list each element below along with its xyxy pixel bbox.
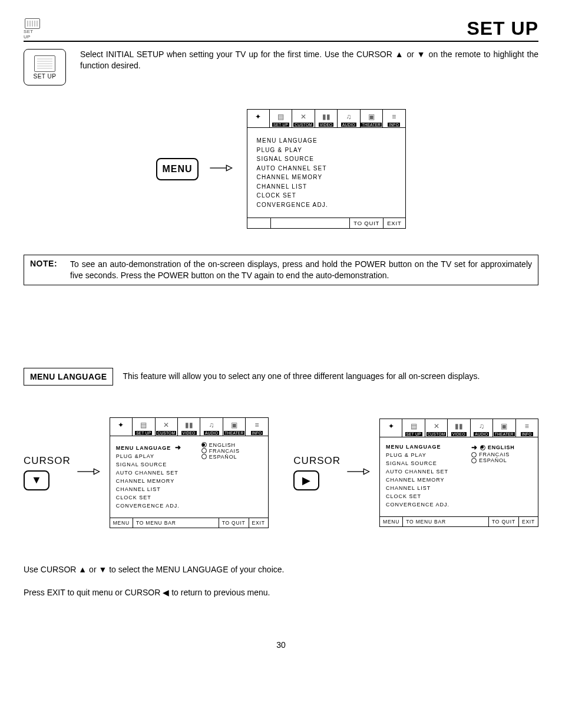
theater-icon: ▣ — [365, 111, 377, 122]
info-icon: ≡ — [388, 111, 400, 122]
down-triangle-icon: ▼ — [98, 565, 107, 574]
osd-tab-audio: ♫AUDIO — [338, 110, 360, 127]
osd-tab-nav: ✦ — [247, 110, 270, 127]
svg-marker-5 — [363, 469, 369, 475]
left-triangle-icon: ◀ — [163, 588, 169, 597]
setup-icon: ▤ — [275, 111, 287, 122]
osd-setup-menu: ✦ ▤SET UP ✕CUSTOM ▮▮VIDEO ♫AUDIO ▣THEATE… — [247, 109, 406, 229]
osd-language-step2: ✦ ▤SET UP ✕CUSTOM ▮▮VIDEO ♫AUDIO ▣THEATE… — [379, 419, 538, 527]
cursor-right-key: ▶ — [293, 470, 319, 490]
osd-tab-theater: ▣THEATER — [493, 419, 515, 437]
lang-option: FRANCAIS — [201, 448, 262, 454]
radio-icon — [471, 458, 477, 463]
down-triangle-icon: ▼ — [31, 474, 42, 486]
osd-tab-info: ≡INFO — [246, 418, 267, 436]
arrow-right-icon — [209, 163, 236, 175]
osd-tab-setup: ▤SET UP — [133, 418, 155, 436]
osd-tab-video: ▮▮VIDEO — [178, 418, 200, 436]
svg-marker-1 — [226, 165, 232, 170]
osd-tab-custom: ✕CUSTOM — [292, 110, 315, 127]
radio-icon — [201, 448, 207, 453]
osd-item: CLOCK SET — [257, 191, 396, 200]
osd-item: PLUG & PLAY — [257, 146, 396, 155]
osd-tab-nav: ✦ — [110, 418, 133, 436]
closing-instructions: Use CURSOR ▲ or ▼ to select the MENU LAN… — [24, 564, 538, 599]
osd-item: SIGNAL SOURCE — [257, 154, 396, 164]
note-body: To see an auto-demonstration of the on-s… — [70, 259, 532, 281]
wrench-icon: ✕ — [297, 111, 309, 122]
menu-button-illustration: MENU — [156, 158, 198, 180]
cursor-right-illustration: CURSOR ▶ — [293, 455, 340, 490]
audio-icon: ♫ — [343, 111, 355, 122]
intro-row: SET UP Select INITIAL SETUP when setting… — [24, 49, 538, 85]
osd-tabbar: ✦ ▤SET UP ✕CUSTOM ▮▮VIDEO ♫AUDIO ▣THEATE… — [247, 110, 405, 128]
osd-tab-nav: ✦ — [380, 419, 402, 437]
lang-option-selected: ➜ENGLISH — [471, 443, 532, 452]
osd-tab-info: ≡INFO — [516, 419, 538, 437]
svg-marker-3 — [94, 469, 99, 475]
right-arrow-icon: ➜ — [471, 443, 478, 452]
down-triangle-icon: ▼ — [417, 50, 426, 59]
osd-item: CHANNEL LIST — [257, 182, 396, 192]
arrow-right-icon — [77, 466, 104, 479]
radio-selected-icon — [201, 442, 207, 447]
feature-heading-row: MENU LANGUAGE This feature will allow yo… — [24, 368, 538, 386]
osd-body: MENU LANGUAGE PLUG & PLAY SIGNAL SOURCE … — [247, 128, 405, 218]
osd-language-step1: ✦ ▤SET UP ✕CUSTOM ▮▮VIDEO ♫AUDIO ▣THEATE… — [110, 417, 269, 528]
cursor-down-key: ▼ — [24, 470, 49, 490]
page-header: SET UP SET UP — [24, 18, 538, 42]
osd-tab-custom: ✕CUSTOM — [425, 419, 448, 437]
osd-item: AUTO CHANNEL SET — [257, 164, 396, 173]
osd-footer: TO QUIT EXIT — [247, 218, 405, 228]
up-triangle-icon: ▲ — [78, 565, 87, 574]
note-box: NOTE: To see an auto-demonstration of th… — [24, 255, 538, 285]
up-triangle-icon: ▲ — [395, 50, 404, 59]
osd-tab-video: ▮▮VIDEO — [448, 419, 470, 437]
osd-item: CONVERGENCE ADJ. — [257, 200, 396, 210]
osd-item-selected: MENU LANGUAGE — [386, 443, 467, 452]
lang-option: ESPAÑOL — [201, 454, 262, 460]
flow-right: CURSOR ▶ ✦ ▤SET UP ✕CUSTOM ▮▮VIDEO ♫AUDI… — [293, 419, 538, 527]
osd-tab-audio: ♫AUDIO — [471, 419, 493, 437]
osd-tab-audio: ♫AUDIO — [200, 418, 223, 436]
right-triangle-icon: ▶ — [302, 474, 310, 487]
radio-icon — [201, 454, 207, 459]
osd-tab-video: ▮▮VIDEO — [315, 110, 338, 127]
osd-item: MENU LANGUAGE — [257, 136, 396, 146]
osd-illustration-row: MENU ✦ ▤SET UP ✕CUSTOM ▮▮VIDEO ♫AUDIO ▣T… — [24, 109, 538, 229]
cursor-down-illustration: CURSOR ▼ — [24, 455, 71, 490]
video-icon: ▮▮ — [320, 111, 332, 122]
osd-tab-info: ≡INFO — [383, 110, 405, 127]
osd-tab-custom: ✕CUSTOM — [156, 418, 178, 436]
feature-heading: MENU LANGUAGE — [24, 368, 113, 386]
page-number: 30 — [24, 640, 538, 650]
osd-tab-theater: ▣THEATER — [223, 418, 246, 436]
nav-cross-icon: ✦ — [252, 111, 264, 122]
osd-tab-theater: ▣THEATER — [361, 110, 383, 127]
arrow-right-icon — [346, 466, 373, 479]
intro-text: Select INITIAL SETUP when setting your T… — [80, 49, 538, 71]
right-arrow-icon: ➜ — [175, 443, 181, 452]
osd-item: CHANNEL MEMORY — [257, 173, 396, 182]
remote-setup-key-illustration: SET UP — [24, 49, 66, 85]
osd-item-selected: MENU LANGUAGE ➜ — [116, 442, 197, 453]
feature-description: This feature will allow you to select an… — [123, 371, 538, 383]
setup-mini-icon: SET UP — [24, 18, 41, 39]
note-label: NOTE: — [30, 259, 57, 281]
flow-left: CURSOR ▼ ✦ ▤SET UP ✕CUSTOM ▮▮VIDEO ♫AUDI… — [24, 417, 269, 528]
language-flow: CURSOR ▼ ✦ ▤SET UP ✕CUSTOM ▮▮VIDEO ♫AUDI… — [24, 417, 538, 528]
osd-tab-setup: ▤SET UP — [402, 419, 425, 437]
page-title: SET UP — [467, 18, 538, 39]
lang-option: ENGLISH — [201, 442, 262, 448]
lang-option: FRANCAIS — [471, 452, 532, 457]
osd-tab-setup: ▤SET UP — [270, 110, 292, 127]
radio-icon — [471, 452, 477, 457]
radio-selected-icon — [480, 445, 485, 450]
lang-option: ESPAÑOL — [471, 457, 532, 463]
